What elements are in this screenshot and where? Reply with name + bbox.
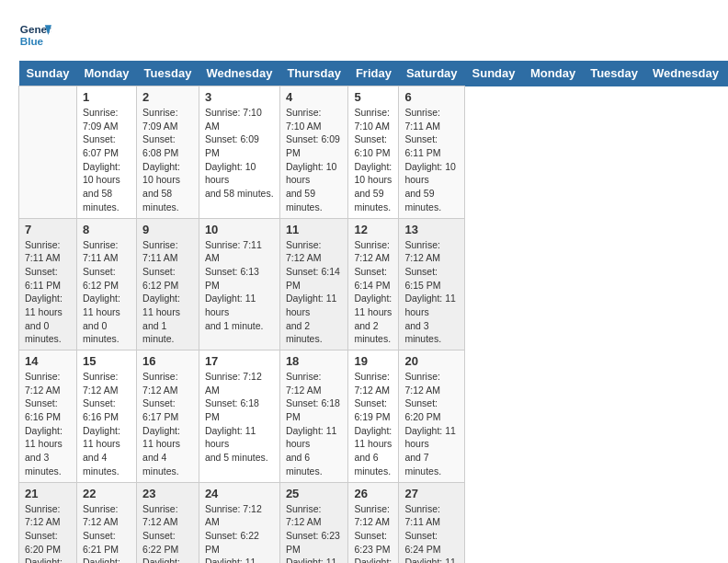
day-number: 24	[205, 487, 274, 500]
calendar-day-cell: 17Sunrise: 7:12 AM Sunset: 6:18 PM Dayli…	[199, 350, 279, 483]
day-number: 16	[142, 354, 193, 368]
calendar-day-cell: 23Sunrise: 7:12 AM Sunset: 6:22 PM Dayli…	[137, 482, 199, 563]
day-number: 6	[404, 90, 459, 104]
day-info: Sunrise: 7:11 AM Sunset: 6:13 PM Dayligh…	[205, 238, 274, 333]
calendar-day-cell: 15Sunrise: 7:12 AM Sunset: 6:16 PM Dayli…	[76, 350, 136, 483]
calendar-day-cell: 22Sunrise: 7:12 AM Sunset: 6:21 PM Dayli…	[76, 482, 136, 563]
day-info: Sunrise: 7:12 AM Sunset: 6:17 PM Dayligh…	[142, 370, 193, 478]
day-info: Sunrise: 7:12 AM Sunset: 6:14 PM Dayligh…	[354, 238, 392, 347]
day-number: 21	[25, 487, 71, 500]
calendar-day-cell: 6Sunrise: 7:11 AM Sunset: 6:11 PM Daylig…	[399, 86, 465, 219]
calendar-header: SundayMondayTuesdayWednesdayThursdayFrid…	[19, 61, 729, 86]
calendar-day-cell: 3Sunrise: 7:10 AM Sunset: 6:09 PM Daylig…	[199, 86, 279, 219]
day-number: 19	[354, 354, 392, 368]
day-info: Sunrise: 7:11 AM Sunset: 6:11 PM Dayligh…	[404, 106, 459, 214]
logo: General Blue	[18, 18, 51, 52]
day-number: 25	[286, 487, 343, 500]
day-number: 11	[286, 223, 343, 236]
calendar-week-row: 7Sunrise: 7:11 AM Sunset: 6:11 PM Daylig…	[19, 218, 729, 350]
calendar-day-cell: 20Sunrise: 7:12 AM Sunset: 6:20 PM Dayli…	[399, 350, 465, 483]
day-number: 18	[286, 354, 343, 368]
day-info: Sunrise: 7:10 AM Sunset: 6:10 PM Dayligh…	[354, 106, 392, 214]
calendar-day-cell: 4Sunrise: 7:10 AM Sunset: 6:09 PM Daylig…	[279, 86, 348, 219]
svg-text:Blue: Blue	[20, 35, 44, 47]
day-number: 3	[205, 90, 274, 104]
day-of-week-header: Monday	[523, 61, 583, 86]
calendar-day-cell: 27Sunrise: 7:11 AM Sunset: 6:24 PM Dayli…	[399, 482, 465, 563]
calendar-day-cell: 19Sunrise: 7:12 AM Sunset: 6:19 PM Dayli…	[348, 350, 399, 483]
calendar-day-cell: 16Sunrise: 7:12 AM Sunset: 6:17 PM Dayli…	[137, 350, 199, 483]
header-row: SundayMondayTuesdayWednesdayThursdayFrid…	[19, 61, 729, 86]
calendar-day-cell: 10Sunrise: 7:11 AM Sunset: 6:13 PM Dayli…	[199, 218, 279, 350]
day-info: Sunrise: 7:12 AM Sunset: 6:16 PM Dayligh…	[25, 370, 71, 478]
day-info: Sunrise: 7:12 AM Sunset: 6:16 PM Dayligh…	[83, 370, 131, 478]
day-of-week-header: Saturday	[399, 61, 465, 86]
day-number: 1	[83, 90, 131, 104]
day-info: Sunrise: 7:12 AM Sunset: 6:20 PM Dayligh…	[25, 502, 71, 564]
day-number: 17	[205, 354, 274, 368]
day-number: 9	[142, 223, 193, 236]
calendar-day-cell: 8Sunrise: 7:11 AM Sunset: 6:12 PM Daylig…	[76, 218, 136, 350]
day-of-week-header: Wednesday	[645, 61, 726, 86]
day-info: Sunrise: 7:12 AM Sunset: 6:23 PM Dayligh…	[354, 502, 392, 564]
calendar-day-cell: 24Sunrise: 7:12 AM Sunset: 6:22 PM Dayli…	[199, 482, 279, 563]
day-number: 10	[205, 223, 274, 236]
day-number: 23	[142, 487, 193, 500]
day-of-week-header: Tuesday	[583, 61, 645, 86]
day-number: 13	[404, 223, 459, 236]
calendar-day-cell	[19, 86, 77, 219]
day-number: 8	[83, 223, 131, 236]
day-of-week-header: Monday	[76, 61, 136, 86]
day-info: Sunrise: 7:11 AM Sunset: 6:12 PM Dayligh…	[142, 238, 193, 347]
calendar-day-cell: 11Sunrise: 7:12 AM Sunset: 6:14 PM Dayli…	[279, 218, 348, 350]
day-of-week-header: Wednesday	[199, 61, 279, 86]
calendar-week-row: 14Sunrise: 7:12 AM Sunset: 6:16 PM Dayli…	[19, 350, 729, 483]
day-of-week-header: Sunday	[19, 61, 77, 86]
day-info: Sunrise: 7:12 AM Sunset: 6:21 PM Dayligh…	[83, 502, 131, 564]
day-of-week-header: Thursday	[279, 61, 348, 86]
day-number: 22	[83, 487, 131, 500]
calendar-day-cell: 2Sunrise: 7:09 AM Sunset: 6:08 PM Daylig…	[137, 86, 199, 219]
calendar-day-cell: 1Sunrise: 7:09 AM Sunset: 6:07 PM Daylig…	[76, 86, 136, 219]
day-info: Sunrise: 7:12 AM Sunset: 6:18 PM Dayligh…	[205, 370, 274, 465]
day-info: Sunrise: 7:09 AM Sunset: 6:07 PM Dayligh…	[83, 106, 131, 214]
day-number: 26	[354, 487, 392, 500]
day-of-week-header: Tuesday	[137, 61, 199, 86]
calendar-day-cell: 13Sunrise: 7:12 AM Sunset: 6:15 PM Dayli…	[399, 218, 465, 350]
day-info: Sunrise: 7:10 AM Sunset: 6:09 PM Dayligh…	[205, 106, 274, 201]
day-info: Sunrise: 7:11 AM Sunset: 6:11 PM Dayligh…	[25, 238, 71, 347]
calendar-day-cell: 14Sunrise: 7:12 AM Sunset: 6:16 PM Dayli…	[19, 350, 77, 483]
calendar-week-row: 21Sunrise: 7:12 AM Sunset: 6:20 PM Dayli…	[19, 482, 729, 563]
day-number: 27	[404, 487, 459, 500]
calendar-day-cell: 21Sunrise: 7:12 AM Sunset: 6:20 PM Dayli…	[19, 482, 77, 563]
day-number: 20	[404, 354, 459, 368]
day-of-week-header: Sunday	[465, 61, 523, 86]
calendar-day-cell: 26Sunrise: 7:12 AM Sunset: 6:23 PM Dayli…	[348, 482, 399, 563]
day-info: Sunrise: 7:12 AM Sunset: 6:15 PM Dayligh…	[404, 238, 459, 347]
calendar-day-cell: 25Sunrise: 7:12 AM Sunset: 6:23 PM Dayli…	[279, 482, 348, 563]
calendar-day-cell: 12Sunrise: 7:12 AM Sunset: 6:14 PM Dayli…	[348, 218, 399, 350]
calendar-day-cell: 5Sunrise: 7:10 AM Sunset: 6:10 PM Daylig…	[348, 86, 399, 219]
day-number: 2	[142, 90, 193, 104]
logo-icon: General Blue	[18, 18, 51, 52]
day-number: 14	[25, 354, 71, 368]
day-info: Sunrise: 7:12 AM Sunset: 6:23 PM Dayligh…	[286, 502, 343, 564]
day-info: Sunrise: 7:11 AM Sunset: 6:24 PM Dayligh…	[404, 502, 459, 564]
calendar-day-cell: 7Sunrise: 7:11 AM Sunset: 6:11 PM Daylig…	[19, 218, 77, 350]
day-number: 5	[354, 90, 392, 104]
day-number: 12	[354, 223, 392, 236]
day-info: Sunrise: 7:10 AM Sunset: 6:09 PM Dayligh…	[286, 106, 343, 214]
day-of-week-header: Friday	[348, 61, 399, 86]
day-number: 7	[25, 223, 71, 236]
page-header: General Blue	[18, 18, 710, 52]
day-info: Sunrise: 7:12 AM Sunset: 6:22 PM Dayligh…	[142, 502, 193, 564]
calendar-day-cell: 9Sunrise: 7:11 AM Sunset: 6:12 PM Daylig…	[137, 218, 199, 350]
day-info: Sunrise: 7:11 AM Sunset: 6:12 PM Dayligh…	[83, 238, 131, 347]
day-info: Sunrise: 7:12 AM Sunset: 6:18 PM Dayligh…	[286, 370, 343, 478]
calendar-day-cell: 18Sunrise: 7:12 AM Sunset: 6:18 PM Dayli…	[279, 350, 348, 483]
day-info: Sunrise: 7:12 AM Sunset: 6:20 PM Dayligh…	[404, 370, 459, 478]
day-info: Sunrise: 7:09 AM Sunset: 6:08 PM Dayligh…	[142, 106, 193, 214]
day-info: Sunrise: 7:12 AM Sunset: 6:14 PM Dayligh…	[286, 238, 343, 347]
calendar-table: SundayMondayTuesdayWednesdayThursdayFrid…	[18, 61, 728, 563]
day-number: 4	[286, 90, 343, 104]
